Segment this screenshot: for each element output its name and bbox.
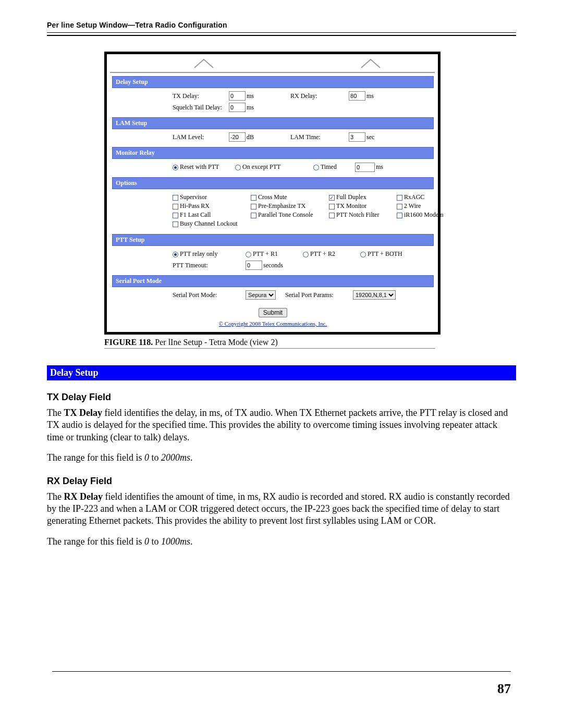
section-ptt-setup: PTT Setup [112,234,434,246]
section-monitor-relay: Monitor Relay [112,147,434,159]
rx-delay-input[interactable] [349,91,365,101]
para-rx-delay-1: The RX Delay field identifies the amount… [47,491,516,527]
chk-ptt-notch-filter[interactable]: PTT Notch Filter [329,211,397,219]
serial-mode-label: Serial Port Mode: [173,291,246,299]
chk-rxagc[interactable]: RxAGC [397,193,454,201]
ptt-timeout-input[interactable] [246,261,262,270]
serial-params-select[interactable]: 19200,N,8,1 [353,290,396,300]
lam-time-unit: sec [366,133,374,141]
tab-bar [110,54,435,73]
squelch-label: Squelch Tail Delay: [173,104,229,112]
para-rx-delay-2: The range for this field is 0 to 1000ms. [47,536,516,548]
squelch-input[interactable] [229,103,246,112]
header-rule-thin [47,32,516,33]
radio-ptt-both[interactable]: PTT + BOTH [360,250,402,258]
screenshot-figure: Delay Setup TX Delay: ms RX Delay: ms [104,52,440,335]
timed-input[interactable] [355,163,375,172]
section-serial-port-mode: Serial Port Mode [112,275,434,287]
chk-parallel-tone-console[interactable]: Parallel Tone Console [251,211,329,219]
chk-full-duplex[interactable]: Full Duplex [329,193,397,201]
copyright-link[interactable]: © Copyright 2008 Telex Communications, I… [112,318,434,330]
submit-button[interactable]: Submit [259,308,287,317]
section-bar-delay-setup: Delay Setup [47,365,516,380]
ptt-timeout-label: PTT Timeout: [173,262,246,269]
lam-time-label: LAM Time: [290,133,349,141]
heading-rx-delay: RX Delay Field [47,476,516,487]
chk-supervisor[interactable]: Supervisor [173,193,251,201]
lam-time-input[interactable] [349,132,365,142]
chk-ir1600-modem[interactable]: iR1600 Modem [397,211,454,219]
chk-busy-channel-lockout[interactable]: Busy Channel Lockout [173,220,251,228]
figure-caption: FIGURE 118. Per lIne Setup - Tetra Mode … [104,338,516,347]
squelch-unit: ms [247,104,254,112]
header-rule-med [47,35,516,36]
section-options: Options [112,177,434,189]
rx-delay-label: RX Delay: [290,92,349,100]
section-lam-setup: LAM Setup [112,117,434,129]
section-delay-setup: Delay Setup [112,76,434,88]
tx-delay-label: TX Delay: [173,92,229,100]
para-tx-delay-2: The range for this field is 0 to 2000ms. [47,452,516,464]
timed-unit: ms [376,163,383,171]
heading-tx-delay: TX Delay Field [47,392,516,403]
chk-pre-emphasize-tx[interactable]: Pre-Emphasize TX [251,202,329,210]
radio-on-except-ptt[interactable]: On except PTT [235,163,313,171]
chk-hipass-rx[interactable]: Hi-Pass RX [173,202,251,210]
rx-delay-unit: ms [366,92,374,100]
serial-mode-select[interactable]: Sepura [246,290,276,300]
para-tx-delay-1: The TX Delay field identifies the delay,… [47,407,516,443]
chk-f1-last-call[interactable]: F1 Last Call [173,211,251,219]
radio-ptt-relay-only[interactable]: PTT relay only [173,250,246,258]
page-number: 87 [497,681,511,697]
chk-cross-mute[interactable]: Cross Mute [251,193,329,201]
ptt-timeout-unit: seconds [263,262,283,269]
tx-delay-unit: ms [247,92,254,100]
footer-rule [52,671,511,672]
lam-level-unit: dB [247,133,254,141]
chk-2-wire[interactable]: 2 Wire [397,202,454,210]
radio-timed[interactable]: Timed [313,163,355,171]
serial-params-label: Serial Port Params: [285,291,353,299]
radio-ptt-r2[interactable]: PTT + R2 [303,250,360,258]
lam-level-label: LAM Level: [173,133,229,141]
tx-delay-input[interactable] [229,91,246,101]
lam-level-input[interactable] [229,132,246,142]
running-header: Per line Setup Window—Tetra Radio Config… [47,21,516,29]
radio-reset-with-ptt[interactable]: Reset with PTT [173,163,235,171]
caption-rule [104,348,435,349]
chk-tx-monitor[interactable]: TX Monitor [329,202,397,210]
radio-ptt-r1[interactable]: PTT + R1 [246,250,303,258]
